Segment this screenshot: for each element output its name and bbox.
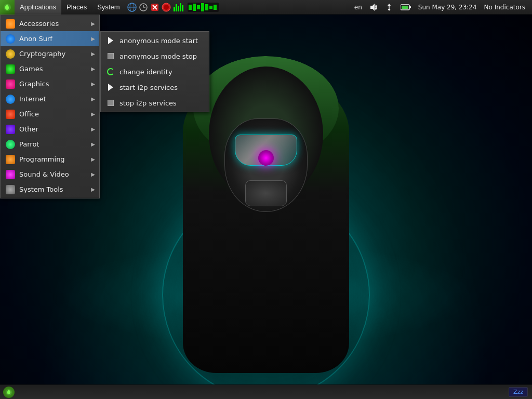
refresh-icon (107, 68, 114, 75)
zzz-label: Zzz (513, 389, 523, 395)
panel-left: Applications Places System (0, 0, 219, 14)
bottom-right: Zzz (509, 387, 532, 397)
parrot-arrow: ▶ (91, 141, 95, 147)
other-arrow: ▶ (91, 126, 95, 132)
menu-item-cryptography[interactable]: Cryptography ▶ (1, 46, 99, 61)
svg-rect-26 (402, 6, 408, 9)
eq-bar-3 (178, 6, 179, 11)
submenu-stop-i2p[interactable]: stop i2p services (101, 95, 209, 111)
eq-bar-1 (174, 7, 175, 11)
submenu-start-i2p[interactable]: start i2p services (101, 79, 209, 95)
office-icon-shape (6, 110, 15, 119)
play-icon (108, 37, 113, 44)
anon-start-icon (106, 36, 115, 45)
battery-icon[interactable] (398, 0, 414, 14)
other-label: Other (19, 125, 91, 133)
menu-item-programming[interactable]: Programming ▶ (1, 152, 99, 167)
office-label: Office (19, 110, 91, 118)
main-menu-list: Accessories ▶ Anon Surf ▶ anonymous mode… (0, 15, 100, 198)
other-icon (5, 124, 16, 135)
bottom-parrot-icon[interactable] (3, 387, 15, 398)
programming-icon-shape (6, 155, 15, 164)
menu-item-sound-video[interactable]: Sound & Video ▶ (1, 167, 99, 182)
menu-item-accessories[interactable]: Accessories ▶ (1, 16, 99, 31)
svg-marker-22 (388, 9, 391, 11)
freq-display (188, 3, 219, 12)
graphics-icon-shape (6, 79, 15, 89)
menu-item-other[interactable]: Other ▶ (1, 122, 99, 137)
anonsurf-label: Anon Surf (19, 35, 91, 43)
menu-item-anonsurf[interactable]: Anon Surf ▶ anonymous mode start anonymo… (1, 31, 99, 46)
places-menu-button[interactable]: Places (61, 0, 92, 15)
system-tools-arrow: ▶ (91, 187, 95, 192)
programming-arrow: ▶ (91, 156, 95, 162)
stop-i2p-label: stop i2p services (119, 99, 177, 107)
stop-i2p-icon (106, 98, 115, 108)
applications-menu-button[interactable]: Applications (15, 0, 61, 15)
svg-marker-20 (370, 4, 375, 11)
sound-video-label: Sound & Video (19, 170, 91, 178)
clock-icon[interactable] (138, 2, 149, 12)
change-identity-icon (106, 67, 115, 76)
system-menu-button[interactable]: System (92, 0, 125, 15)
mask-eye (258, 150, 274, 166)
graphics-arrow: ▶ (91, 81, 95, 87)
eq-bar-5 (182, 5, 183, 11)
cryptography-arrow: ▶ (91, 51, 95, 57)
arrows-icon[interactable] (382, 0, 396, 14)
cryptography-icon-shape (6, 49, 15, 59)
anon-start-label: anonymous mode start (119, 37, 198, 45)
globe-icon[interactable] (127, 2, 137, 12)
anonsurf-icon-shape (6, 34, 15, 44)
parrot-logo-icon[interactable] (0, 0, 15, 15)
programming-label: Programming (19, 155, 91, 163)
svg-rect-14 (193, 4, 196, 11)
language-indicator[interactable]: en (352, 0, 365, 14)
places-label: Places (66, 3, 87, 11)
system-label: System (97, 3, 119, 11)
svg-rect-19 (214, 5, 217, 10)
system-tools-icon-shape (6, 185, 15, 194)
system-tools-icon (5, 184, 16, 195)
menu-item-office[interactable]: Office ▶ (1, 107, 99, 122)
menu-item-games[interactable]: Games ▶ (1, 61, 99, 76)
parrot-icon-shape (6, 140, 15, 149)
close-x-icon[interactable] (150, 2, 160, 12)
accessories-arrow: ▶ (91, 21, 95, 26)
top-panel: Applications Places System (0, 0, 532, 15)
sound-video-icon (5, 169, 16, 180)
sound-video-icon-shape (6, 170, 15, 179)
datetime-text: Sun May 29, 23:24 (418, 4, 477, 11)
svg-rect-18 (209, 6, 212, 9)
sound-video-arrow: ▶ (91, 171, 95, 177)
menu-item-system-tools[interactable]: System Tools ▶ (1, 182, 99, 197)
datetime-display[interactable]: Sun May 29, 23:24 (416, 0, 480, 14)
eq-bar-2 (176, 4, 177, 11)
svg-point-11 (164, 5, 169, 10)
graphics-icon (5, 78, 16, 90)
menu-item-internet[interactable]: Internet ▶ (1, 91, 99, 107)
no-indicators: No Indicators (482, 0, 528, 14)
svg-marker-21 (388, 4, 391, 6)
svg-rect-15 (197, 5, 200, 9)
i2p-stop-icon (108, 100, 114, 106)
graphics-label: Graphics (19, 80, 91, 88)
applications-label: Applications (20, 3, 56, 11)
menu-item-graphics[interactable]: Graphics ▶ (1, 76, 99, 91)
figure-mask (224, 118, 308, 212)
other-icon-shape (6, 125, 15, 134)
submenu-anon-start[interactable]: anonymous mode start (101, 33, 209, 48)
office-icon (5, 109, 16, 120)
games-arrow: ▶ (91, 66, 95, 72)
submenu-change-identity[interactable]: change identity (101, 64, 209, 79)
anon-stop-icon (106, 51, 115, 61)
bottom-panel: Zzz (0, 384, 532, 399)
volume-icon[interactable] (367, 0, 380, 14)
parrot-icon (5, 139, 16, 150)
menu-item-parrot[interactable]: Parrot ▶ (1, 137, 99, 152)
parrot-small-icon[interactable] (161, 2, 171, 12)
games-icon (5, 63, 16, 75)
start-i2p-icon (106, 83, 115, 92)
start-i2p-label: start i2p services (119, 84, 178, 91)
submenu-anon-stop[interactable]: anonymous mode stop (101, 48, 209, 64)
